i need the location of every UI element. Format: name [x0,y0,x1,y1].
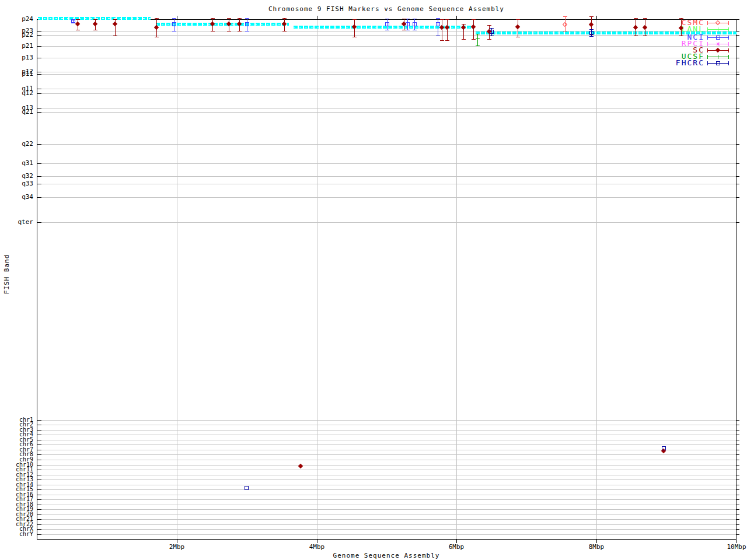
y-tick-right [736,46,739,47]
x-tick-label: 10Mbp [722,544,747,550]
x-tick-label: 6Mbp [442,544,471,550]
error-bar-cap [476,46,480,46]
error-bar-cap [113,19,117,20]
error-bar-cap [155,37,159,37]
assembly-band-inner-dash [38,18,151,19]
marker-plus-v [718,55,718,59]
y-tick-label: p22 [0,32,33,38]
error-bar-cap [487,25,491,26]
y-tick-right [736,470,739,470]
y-tick-right [736,430,739,430]
error-bar-cap [282,31,287,32]
y-tick-right [736,222,739,223]
error-bar-cap [413,19,417,19]
x-tick-label: 4Mbp [302,544,331,550]
error-bar-cap [440,40,444,41]
y-tick-right [736,420,739,421]
error-bar-cap [76,19,80,20]
plot-area: Chromosome 9 FISH Markers vs Genome Sequ… [0,0,747,560]
error-bar-cap [589,36,594,37]
legend-sample-cap [707,21,708,25]
x-tick-label: 2Mbp [162,544,191,550]
error-bar-cap [643,18,647,19]
marker-open-square [716,36,720,40]
x-tick-label: 8Mbp [582,544,611,550]
y-tick-label: p13 [0,55,33,61]
legend-sample-cap [707,42,708,46]
error-bar-cap [679,36,683,36]
error-bar-cap [93,19,97,20]
y-tick-right [736,93,739,94]
y-tick-label: p21 [0,43,33,49]
error-bar-cap [516,37,520,37]
y-tick-right [736,197,739,198]
legend-sample-cap [707,36,708,40]
error-bar-cap [589,16,594,17]
marker-open-square [172,22,176,26]
legend-sample-cap [707,27,708,32]
error-bar-cap [406,19,410,19]
assembly-band-inner-dash [476,33,736,33]
error-bar-cap [643,36,647,36]
error-bar-cap [476,34,480,34]
error-bar-cap [413,30,417,30]
error-bar-cap [155,18,159,19]
error-bar-cap [227,18,231,19]
error-bar-cap [113,36,117,36]
error-bar-cap [445,19,449,20]
y-tick-right [736,499,739,500]
error-bar-cap [245,31,249,32]
x-axis-label: Genome Sequence Assembly [26,552,746,559]
error-bar-cap [634,36,638,36]
error-bar-cap [172,18,176,19]
error-bar-cap [634,18,638,19]
y-tick-right [736,89,739,89]
error-bar-cap [679,18,683,19]
error-bar-cap [385,30,389,30]
y-tick-right [736,454,739,455]
y-tick-label: qter [0,219,33,225]
marker-open-square [406,22,410,26]
y-tick-right [736,485,739,485]
error-bar-cap [385,19,389,19]
error-bar-cap [211,31,215,32]
plot-border [37,19,736,540]
marker-open-square [385,22,389,26]
y-tick-right [736,460,739,460]
marker-open-square [413,22,417,26]
y-tick-right [736,35,739,36]
error-bar-cap [472,39,476,40]
error-bar-cap [462,24,466,24]
y-tick-right [736,509,739,510]
marker-open-square [71,19,75,23]
y-tick-label: q21 [0,109,33,115]
y-tick-label: q12 [0,90,33,96]
y-tick-right [736,444,739,445]
y-tick-right [736,163,739,164]
error-bar-cap [490,28,494,29]
error-bar-cap [406,30,410,30]
y-tick-right [736,534,739,535]
marker-plus-v [718,27,718,32]
error-bar-cap [436,36,440,36]
marker-open-square [716,61,720,65]
legend-label-FHCRC: FHCRC [642,59,704,66]
y-tick-right [736,489,739,490]
y-tick-label: q34 [0,194,33,200]
error-bar-cap [440,19,444,20]
error-bar-cap [245,18,249,19]
y-tick-right [736,529,739,530]
error-bar-cap [76,30,80,30]
y-tick-right [736,19,739,20]
error-bar-cap [352,19,357,20]
y-tick-right [736,480,739,480]
legend-sample-cap [728,55,729,59]
error-bar-cap [563,16,567,17]
y-tick-right [736,514,739,515]
y-tick-right [736,176,739,177]
y-tick-right [736,450,739,450]
legend-sample-cap [728,21,729,25]
y-tick-right [736,440,739,440]
chart-title: Chromosome 9 FISH Markers vs Genome Sequ… [26,5,746,13]
error-bar-cap [227,31,231,32]
